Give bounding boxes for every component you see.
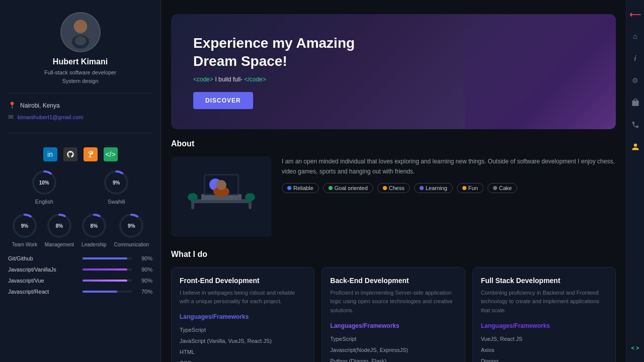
management-label: Management [45, 242, 74, 247]
leadership-circle: 8% [81, 213, 107, 239]
sidebar-left: Hubert Kimani Full-stack software develo… [0, 0, 161, 362]
home-icon[interactable]: ⌂ [629, 30, 641, 42]
skill-react-percent: 70% [136, 289, 152, 295]
tag-cake[interactable]: Cake [488, 183, 518, 193]
hero-banner: Experience my Amazing Dream Space! <code… [171, 14, 616, 129]
skill-vanilla-percent: 90% [136, 266, 152, 273]
about-illustration [171, 156, 272, 237]
leadership-label: Leadership [82, 242, 106, 247]
tag-fun-dot [462, 186, 466, 190]
card-fullstack: Full Stack Development Combining profici… [472, 267, 616, 362]
email-icon: ✉ [8, 113, 14, 121]
card-fe-desc: I believe in webpages being robust and r… [180, 289, 306, 306]
tag-cake-dot [493, 186, 497, 190]
about-text: I am an open minded individual that love… [282, 156, 616, 177]
skill-leadership: 8% Leadership [81, 213, 107, 247]
about-content: I am an open minded individual that love… [171, 156, 616, 237]
english-circle: 10% [31, 169, 57, 196]
communication-percent: 9% [128, 223, 135, 229]
stackoverflow-icon[interactable] [84, 147, 98, 161]
location-icon: 📍 [8, 102, 16, 109]
soft-skills-section: 9% Team Work 8% Management 8% L [8, 213, 152, 247]
skill-teamwork: 9% Team Work [12, 213, 38, 247]
skill-vue-percent: 90% [136, 278, 152, 284]
skill-git-name: Git/Github [8, 255, 78, 261]
code-open: <code> [193, 76, 213, 83]
hero-subtitle: <code> I build full- </code> [193, 76, 596, 83]
card-fe-lang-title: Languages/Frameworks [180, 313, 306, 320]
code-close: </code> [244, 76, 266, 83]
card-fs-lang-title: Languages/Frameworks [481, 322, 607, 329]
about-section: About [161, 129, 626, 242]
whatido-title: What I do [171, 250, 616, 259]
swahili-percent: 9% [113, 180, 120, 186]
contact-icon[interactable] [629, 119, 641, 131]
email-value[interactable]: kimanihubert1@gmail.com [18, 114, 83, 120]
hero-title: Experience my Amazing Dream Space! [193, 34, 394, 71]
main-content: Experience my Amazing Dream Space! <code… [161, 0, 626, 362]
skill-react-bar [83, 291, 117, 293]
swahili-label: Swahili [108, 199, 125, 205]
communication-circle: 9% [118, 213, 144, 239]
user-icon[interactable] [629, 141, 641, 153]
svg-point-22 [216, 180, 226, 190]
skill-vanilla: Javascript/VanillaJs 90% [8, 266, 152, 273]
management-circle: 8% [46, 213, 72, 239]
tag-learning-dot [420, 186, 424, 190]
card-frontend: Front-End Development I believe in webpa… [171, 267, 314, 362]
leadership-percent: 8% [91, 223, 98, 229]
tag-fun[interactable]: Fun [457, 183, 484, 193]
swahili-circle: 9% [103, 169, 129, 196]
tag-chess[interactable]: Chess [377, 183, 410, 193]
skill-vanilla-bar [83, 268, 127, 270]
skill-vue-bar [83, 280, 127, 282]
linkedin-icon[interactable]: in [43, 147, 57, 161]
info-icon[interactable]: i [629, 52, 641, 64]
skill-git-percent: 90% [136, 255, 152, 261]
teamwork-circle: 9% [12, 213, 38, 239]
settings-icon[interactable]: ⚙ [629, 74, 641, 86]
tag-reliable[interactable]: Reliable [282, 183, 319, 193]
svg-point-1 [73, 20, 87, 33]
card-fe-title: Front-End Development [180, 277, 306, 285]
codepen-icon[interactable]: </> [104, 147, 118, 161]
english-percent: 10% [39, 180, 49, 186]
profile-name: Hubert Kimani [53, 57, 108, 66]
skill-git-bar [83, 257, 127, 259]
skill-vanilla-bar-wrap [83, 268, 132, 270]
portfolio-icon[interactable] [629, 97, 641, 109]
skill-vue-bar-wrap [83, 280, 132, 282]
cards-row: Front-End Development I believe in webpa… [171, 267, 616, 362]
card-fs-title: Full Stack Development [481, 277, 607, 285]
discover-button[interactable]: DISCOVER [193, 92, 253, 109]
skill-management: 8% Management [45, 213, 74, 247]
card-backend: Back-End Development Proficient in imple… [321, 267, 465, 362]
avatar [60, 12, 101, 52]
code-expand-icon[interactable]: < > [629, 342, 641, 354]
card-be-lang-title: Languages/Frameworks [330, 322, 456, 329]
teamwork-label: Team Work [12, 242, 37, 247]
card-be-langs: TypeScript Javascript(NodeJS, ExpressJS)… [330, 333, 456, 362]
svg-point-3 [74, 36, 86, 46]
social-icons: in </> [43, 147, 118, 161]
card-fs-langs: VueJS, React JS Axios Django SQL (Postgr… [481, 333, 607, 362]
divider2 [8, 133, 152, 133]
language-section: 10% English 9% Swahili [8, 169, 152, 205]
tag-goal[interactable]: Goal oriented [323, 183, 373, 193]
tag-learning[interactable]: Learning [414, 183, 453, 193]
teamwork-percent: 9% [21, 223, 28, 229]
sidebar-right: ⟵ ⌂ i ⚙ < > [626, 0, 644, 362]
back-icon[interactable]: ⟵ [629, 8, 641, 20]
tag-goal-dot [329, 186, 333, 190]
lang-swahili: 9% Swahili [103, 169, 129, 205]
skills-section: Git/Github 90% Javascript/VanillaJs 90% … [8, 255, 152, 300]
github-icon[interactable] [63, 147, 77, 161]
skill-react: Javascript/React 70% [8, 289, 152, 295]
tag-reliable-dot [287, 186, 291, 190]
skill-vue: Javascript/Vue 90% [8, 278, 152, 284]
email-row: ✉ kimanihubert1@gmail.com [8, 113, 152, 121]
profile-role: Full-stack software developer System des… [44, 68, 116, 85]
svg-point-24 [188, 193, 198, 201]
skill-vue-name: Javascript/Vue [8, 278, 78, 284]
about-title: About [171, 139, 616, 148]
